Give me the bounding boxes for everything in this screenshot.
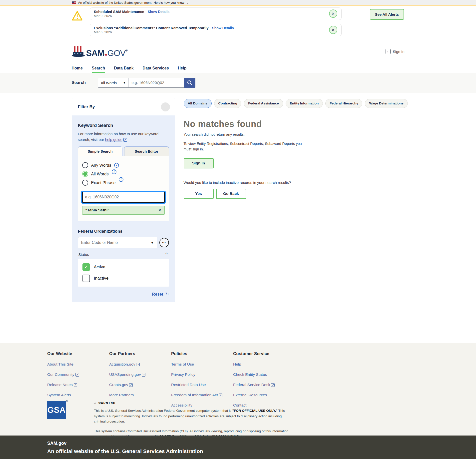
nav-item-data-services[interactable]: Data Services [143, 63, 169, 73]
checkbox-active[interactable]: ✓ [82, 263, 90, 271]
sign-in-arrow-icon: ← [386, 49, 391, 54]
close-icon[interactable]: ✕ [329, 26, 337, 34]
uncle-sam-hat-icon: ★ ★ ★ [72, 46, 85, 57]
footer-link-grants-gov[interactable]: Grants.gov [109, 383, 133, 387]
footer-link-federal-service-desk[interactable]: Federal Service Desk [233, 383, 275, 387]
no-results-message: Your search did not return any results. [184, 132, 408, 136]
sign-in-link[interactable]: ← Sign In [386, 49, 405, 54]
warning-triangle-icon [72, 10, 83, 22]
footer-col-our-website: Our Website About This Site Our Communit… [47, 351, 109, 408]
federal-orgs-select[interactable]: Enter Code or Name ▼ [78, 237, 157, 248]
footer-link-release-notes[interactable]: Release Notes [47, 383, 77, 387]
see-all-alerts-button[interactable]: See All Alerts [370, 9, 404, 20]
filter-by-title: Filter By [78, 104, 95, 109]
pill-wage-determinations[interactable]: Wage Determinations [365, 99, 408, 108]
footer-site-title: SAM.gov [47, 441, 476, 446]
info-icon[interactable]: i [119, 177, 123, 182]
pill-all-domains[interactable]: All Domains [184, 99, 212, 108]
federal-orgs-more-button[interactable]: ••• [159, 238, 169, 247]
include-inactive-question: Would you like to include inactive recor… [184, 180, 408, 185]
collapse-filters-button[interactable]: − [161, 102, 170, 111]
footer-link-privacy-policy[interactable]: Privacy Policy [171, 372, 195, 377]
tab-search-editor[interactable]: Search Editor [124, 146, 169, 156]
footer-link-restricted-data-use[interactable]: Restricted Data Use [171, 383, 206, 387]
chevron-down-icon[interactable]: ⌄ [186, 1, 189, 4]
show-details-link[interactable]: Show Details [212, 26, 234, 30]
keyword-chip-label: "Tania Sethi" [85, 208, 109, 212]
search-type-select[interactable]: All Words ▼ [98, 78, 128, 88]
footer-link-terms-of-use[interactable]: Terms of Use [171, 362, 194, 367]
caret-down-icon: ▼ [151, 241, 154, 245]
search-type-value: All Words [101, 81, 117, 85]
footer-col-heading: Our Website [47, 351, 109, 356]
checkbox-inactive[interactable] [82, 275, 90, 282]
alert-date: Mar 6, 2026 [94, 30, 325, 34]
go-back-button[interactable]: Go Back [216, 189, 246, 199]
chevron-up-icon[interactable]: ⌃ [165, 253, 168, 256]
global-search-input[interactable] [128, 78, 184, 88]
info-icon[interactable]: i [114, 163, 119, 168]
reset-icon: ↻ [165, 292, 169, 297]
gov-banner: An official website of the United States… [0, 0, 476, 5]
nav-item-help[interactable]: Help [178, 63, 187, 73]
footer-link-check-entity-status[interactable]: Check Entity Status [233, 372, 267, 377]
pill-contracting[interactable]: Contracting [214, 99, 242, 108]
footer-link-usaspending-gov[interactable]: USASpending.gov [109, 372, 145, 377]
chip-close-icon[interactable]: ✕ [158, 208, 161, 212]
checkbox-inactive-label: Inactive [94, 276, 109, 281]
alert-date: Mar 9, 2026 [94, 14, 325, 18]
logo-text: SAM★GOV® [86, 49, 127, 57]
footer-link-acquisition-gov[interactable]: Acquisition.gov [109, 362, 140, 367]
sign-in-required-message: To view Entity Registrations, Subcontrac… [184, 141, 305, 152]
footer-link-system-alerts[interactable]: System Alerts [47, 393, 71, 397]
radio-all-words[interactable] [82, 171, 88, 177]
search-band: Search All Words ▼ [0, 73, 476, 93]
pill-federal-hierarchy[interactable]: Federal Hierarchy [325, 99, 362, 108]
domain-filter-pills: All Domains Contracting Federal Assistan… [184, 99, 408, 108]
pill-entity-information[interactable]: Entity Information [286, 99, 323, 108]
pill-federal-assistance[interactable]: Federal Assistance [244, 99, 283, 108]
footer-link-more-partners[interactable]: More Partners [109, 393, 134, 397]
sign-in-label: Sign In [393, 49, 405, 54]
alert-title: Exclusions “Additional Comments” Content… [94, 26, 209, 30]
us-flag-icon [72, 1, 76, 4]
info-icon[interactable]: i [112, 169, 116, 174]
radio-any-words[interactable] [82, 162, 88, 168]
keyword-input[interactable] [83, 192, 164, 202]
tab-simple-search[interactable]: Simple Search [78, 146, 123, 156]
footer-site-subtitle: An official website of the U.S. General … [47, 448, 476, 454]
keyword-search-heading: Keyword Search [78, 123, 169, 128]
radio-exact-phrase-label: Exact Phrase [91, 180, 116, 185]
how-you-know-link[interactable]: Here's how you know [153, 1, 184, 4]
footer-link-help[interactable]: Help [233, 362, 241, 367]
footer-col-heading: Customer Service [233, 351, 295, 356]
show-details-link[interactable]: Show Details [148, 10, 169, 14]
search-submit-button[interactable] [184, 78, 195, 88]
warning-paragraph-1: This is a U.S. General Services Administ… [94, 408, 294, 424]
footer-link-external-resources[interactable]: External Resources [233, 393, 267, 397]
sam-gov-logo[interactable]: ★ ★ ★ SAM★GOV® [72, 46, 127, 57]
reset-filters-link[interactable]: Reset↻ [152, 292, 169, 296]
simple-search-panel: Any Words i All Words i Exact Phrase i [78, 156, 169, 221]
footer-link-foia[interactable]: Freedom of Information Act [171, 393, 222, 397]
close-icon[interactable]: ✕ [329, 9, 337, 18]
checkbox-active-label: Active [94, 265, 105, 270]
sign-in-button[interactable]: Sign In [184, 158, 214, 168]
nav-item-data-bank[interactable]: Data Bank [114, 63, 133, 73]
alert-list: Scheduled SAM Maintenance Show Details M… [90, 7, 342, 36]
status-options: ✓ Active Inactive [78, 259, 169, 287]
main-nav: Home Search Data Bank Data Services Help [0, 63, 476, 73]
nav-item-search[interactable]: Search [92, 63, 105, 73]
footer-link-our-community[interactable]: Our Community [47, 372, 79, 377]
keyword-chip: "Tania Sethi" ✕ [82, 206, 165, 215]
main-content: Filter By − Keyword Search For more info… [0, 93, 476, 343]
footer-link-about-this-site[interactable]: About This Site [47, 362, 73, 367]
footer: Our Website About This Site Our Communit… [0, 343, 476, 395]
alert-title: Scheduled SAM Maintenance [94, 10, 144, 14]
nav-item-home[interactable]: Home [72, 63, 83, 73]
yes-button[interactable]: Yes [184, 189, 214, 199]
help-guide-link[interactable]: help guide [105, 137, 127, 142]
site-header: ★ ★ ★ SAM★GOV® ← Sign In [0, 40, 476, 63]
radio-exact-phrase[interactable] [82, 180, 88, 186]
warning-paragraph-2: This system contains Controlled Unclassi… [94, 429, 294, 439]
